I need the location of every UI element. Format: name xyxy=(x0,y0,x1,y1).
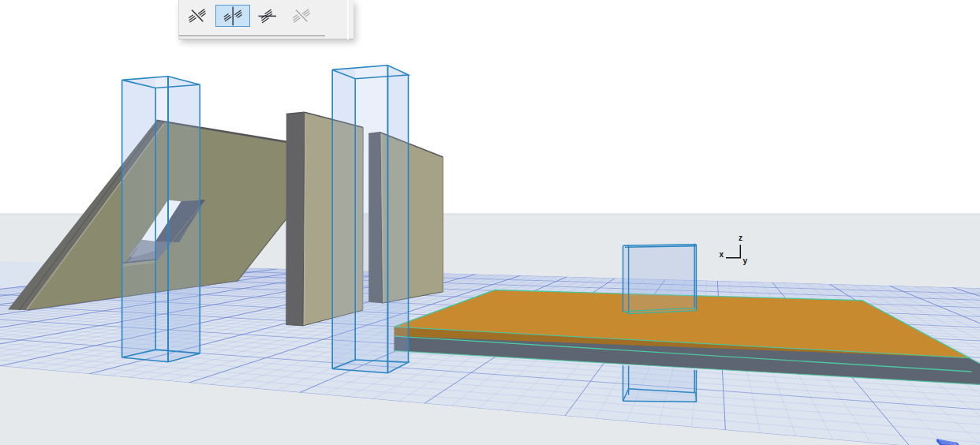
svg-text:y: y xyxy=(743,256,748,265)
svg-text:x: x xyxy=(720,250,724,259)
svg-text:z: z xyxy=(739,234,742,242)
